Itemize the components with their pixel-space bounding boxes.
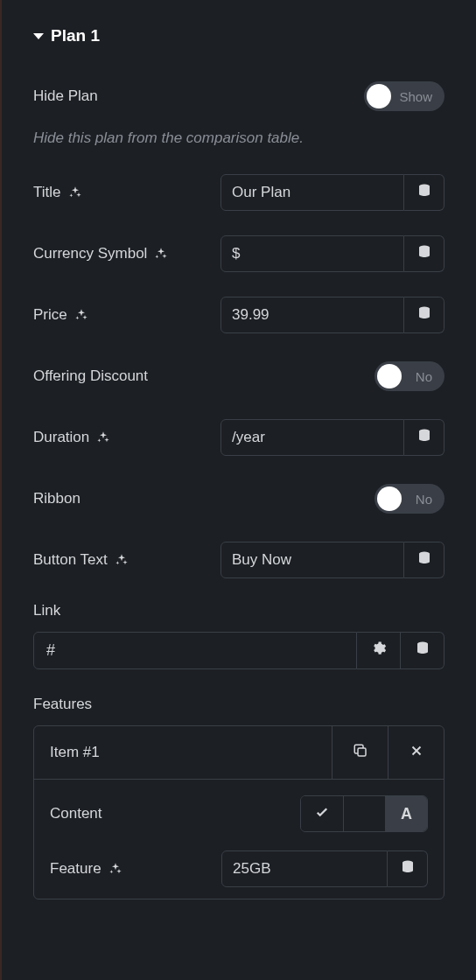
feature-value-input[interactable]: [221, 850, 388, 887]
database-icon: [416, 305, 432, 326]
sparkle-icon: [96, 430, 110, 444]
currency-symbol-label: Currency Symbol: [33, 245, 168, 262]
link-input-group: [33, 632, 444, 669]
currency-symbol-row: Currency Symbol: [33, 234, 444, 273]
database-icon: [415, 640, 430, 661]
price-input[interactable]: [220, 297, 404, 333]
database-icon: [416, 428, 432, 448]
feature-item-name[interactable]: Item #1: [34, 726, 332, 779]
feature-value-input-group: [221, 850, 428, 887]
sparkle-icon: [154, 247, 168, 261]
price-label: Price: [33, 306, 88, 324]
duration-input-group: [220, 419, 444, 456]
feature-duplicate-button[interactable]: [332, 726, 388, 779]
button-text-input[interactable]: [220, 542, 404, 578]
toggle-label: No: [416, 492, 432, 507]
price-input-group: [220, 297, 444, 333]
feature-item-body: Content A Feature: [34, 780, 444, 899]
title-row: Title: [33, 173, 444, 212]
price-dynamic-button[interactable]: [404, 297, 444, 333]
database-icon: [416, 244, 432, 264]
hide-plan-label: Hide Plan: [33, 88, 98, 105]
duration-input[interactable]: [220, 419, 404, 456]
toggle-knob: [377, 486, 402, 511]
content-label: Content: [50, 805, 102, 822]
section-title: Plan 1: [51, 26, 100, 46]
features-label: Features: [33, 696, 444, 713]
toggle-label: Show: [399, 89, 432, 104]
offering-discount-label: Offering Discount: [33, 368, 148, 385]
section-header[interactable]: Plan 1: [33, 26, 444, 46]
link-row: Link: [33, 602, 444, 669]
toggle-knob: [367, 84, 391, 108]
hide-plan-toggle[interactable]: Show: [364, 81, 444, 111]
gear-icon: [371, 640, 387, 661]
content-type-text[interactable]: A: [385, 796, 427, 831]
feature-value-label: Feature: [50, 860, 122, 878]
offering-discount-toggle[interactable]: No: [374, 361, 444, 391]
feature-value-row: Feature: [50, 850, 428, 888]
offering-discount-row: Offering Discount No: [33, 357, 444, 396]
feature-value-dynamic-button[interactable]: [388, 850, 428, 887]
title-input-group: [220, 174, 444, 211]
content-type-blank[interactable]: [343, 796, 385, 831]
feature-item-header: Item #1: [34, 726, 444, 780]
svg-rect-6: [358, 748, 366, 756]
content-type-toggle: A: [300, 795, 428, 832]
toggle-knob: [377, 364, 402, 388]
currency-symbol-input-group: [220, 235, 444, 272]
title-dynamic-button[interactable]: [404, 174, 444, 211]
button-text-dynamic-button[interactable]: [404, 542, 444, 578]
link-label: Link: [33, 602, 444, 620]
ribbon-toggle[interactable]: No: [374, 484, 444, 514]
sparkle-icon: [115, 553, 129, 567]
duration-dynamic-button[interactable]: [404, 419, 444, 456]
button-text-row: Button Text: [33, 541, 444, 579]
toggle-label: No: [416, 369, 432, 384]
hide-plan-row: Hide Plan Show: [33, 77, 444, 116]
button-text-label: Button Text: [33, 551, 129, 569]
close-icon: [409, 743, 424, 763]
link-settings-button[interactable]: [357, 632, 401, 669]
features-box: Item #1 Content: [33, 725, 444, 900]
sparkle-icon: [108, 862, 122, 876]
currency-symbol-dynamic-button[interactable]: [404, 235, 444, 272]
sparkle-icon: [68, 186, 82, 200]
button-text-input-group: [220, 542, 444, 578]
check-icon: [314, 804, 330, 824]
ribbon-row: Ribbon No: [33, 480, 444, 518]
title-input[interactable]: [220, 174, 404, 211]
database-icon: [400, 859, 416, 879]
link-input[interactable]: [33, 632, 357, 669]
text-format-icon: A: [401, 805, 412, 823]
sparkle-icon: [74, 308, 88, 322]
currency-symbol-input[interactable]: [220, 235, 404, 272]
duration-row: Duration: [33, 418, 444, 457]
database-icon: [416, 550, 432, 570]
price-row: Price: [33, 296, 444, 334]
features-section: Features Item #1 Content: [33, 696, 444, 900]
duration-label: Duration: [33, 429, 110, 446]
feature-delete-button[interactable]: [388, 726, 444, 779]
collapse-triangle-icon: [33, 33, 44, 39]
content-row: Content A: [50, 795, 428, 832]
title-label: Title: [33, 184, 82, 201]
copy-icon: [353, 743, 368, 763]
content-type-check[interactable]: [301, 796, 343, 831]
hide-plan-description: Hide this plan from the comparison table…: [33, 130, 444, 147]
database-icon: [416, 183, 432, 203]
ribbon-label: Ribbon: [33, 490, 80, 508]
link-dynamic-button[interactable]: [401, 632, 444, 669]
